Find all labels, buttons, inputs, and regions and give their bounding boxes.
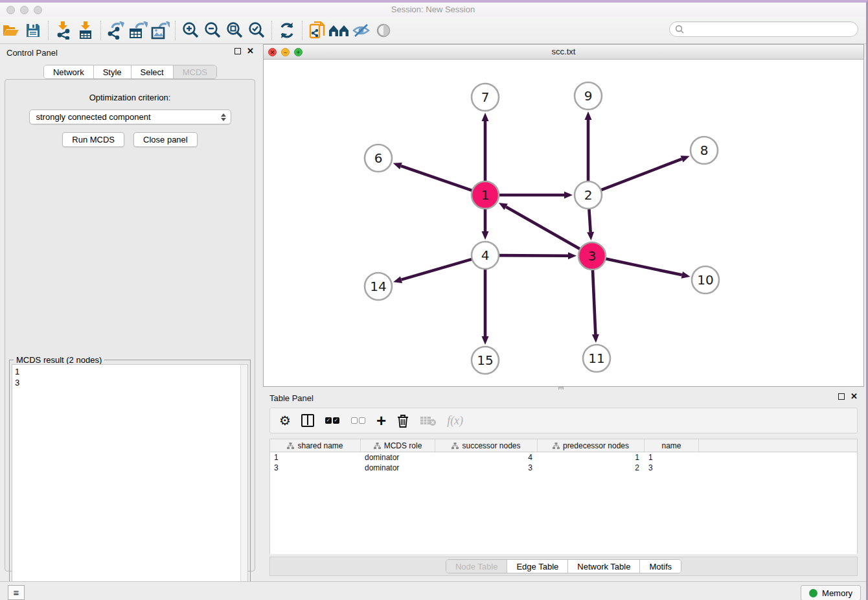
graph-node-15[interactable]: 15 [472, 347, 499, 374]
tab-network[interactable]: Network [44, 65, 94, 78]
add-column-icon[interactable]: + [376, 412, 386, 429]
status-bar: ≡ Memory [0, 581, 866, 600]
network-close-icon[interactable]: ✕ [268, 48, 277, 56]
column-chooser-icon[interactable] [301, 412, 314, 429]
mcds-result-text[interactable]: 1 3 [12, 365, 240, 600]
graph-node-1[interactable]: 1 [472, 181, 499, 209]
edge-4-14[interactable] [402, 259, 472, 280]
edge-3-10[interactable] [606, 259, 682, 275]
run-mcds-button[interactable]: Run MCDS [62, 132, 124, 147]
edge-2-3[interactable] [589, 209, 590, 232]
delete-table-icon [420, 412, 437, 429]
control-panel-tabs: Network Style Select MCDS [43, 65, 217, 79]
edge-arrowhead [564, 192, 573, 199]
graph-node-11[interactable]: 11 [583, 345, 610, 372]
tab-node-table[interactable]: Node Table [446, 560, 508, 573]
close-panel-icon[interactable]: ✕ [851, 393, 858, 400]
graph-node-14[interactable]: 14 [365, 273, 392, 300]
column-header-name[interactable]: name [645, 439, 699, 452]
cell-shared-name: 3 [270, 463, 361, 473]
close-panel-icon[interactable]: ✕ [247, 48, 254, 54]
import-table-icon[interactable] [74, 19, 97, 41]
edge-3-11[interactable] [593, 270, 595, 334]
network-canvas[interactable]: 7968124314101511 [264, 60, 863, 386]
memory-button[interactable]: Memory [801, 585, 861, 600]
edge-arrowhead [592, 334, 599, 343]
float-panel-icon[interactable] [234, 48, 241, 54]
titlebar: Session: New Session [0, 3, 866, 17]
tab-mcds[interactable]: MCDS [174, 65, 216, 78]
memory-label: Memory [822, 588, 852, 598]
graph-node-8[interactable]: 8 [691, 137, 718, 164]
zoom-fit-icon[interactable] [223, 19, 246, 41]
show-all-icon[interactable] [372, 19, 394, 41]
export-network-icon[interactable] [105, 19, 127, 41]
select-stepper-icon [220, 112, 227, 122]
network-minimize-icon[interactable]: − [281, 48, 290, 56]
node-table: shared name MCDS role successor nodes pr… [269, 439, 858, 554]
edge-3-1[interactable] [506, 207, 580, 249]
network-maximize-icon[interactable]: + [294, 48, 303, 56]
select-all-icon[interactable]: ✓✓ [325, 412, 340, 429]
optimization-criterion-label: Optimization criterion: [5, 93, 255, 102]
function-builder-icon: f(x) [447, 412, 463, 429]
table-row[interactable]: 1 dominator 4 1 1 [270, 452, 857, 463]
search-input[interactable] [684, 23, 858, 36]
result-scrollbar[interactable] [240, 365, 247, 600]
graph-node-6[interactable]: 6 [365, 144, 392, 172]
delete-column-icon[interactable] [396, 412, 409, 429]
deselect-all-icon[interactable] [350, 412, 366, 429]
refresh-layout-icon[interactable] [276, 19, 298, 41]
tab-network-table[interactable]: Network Table [568, 560, 640, 573]
graph-node-7[interactable]: 7 [472, 84, 499, 111]
task-history-icon[interactable]: ≡ [8, 585, 25, 600]
search-field [669, 21, 858, 37]
tab-edge-table[interactable]: Edge Table [507, 560, 568, 573]
graph-node-2[interactable]: 2 [575, 181, 602, 209]
export-image-icon[interactable] [149, 19, 171, 41]
toolbar-separator [271, 21, 272, 40]
graph-node-9[interactable]: 9 [575, 82, 602, 110]
tab-style[interactable]: Style [94, 65, 131, 78]
zoom-in-icon[interactable] [179, 19, 201, 41]
zoom-out-icon[interactable] [201, 19, 223, 41]
svg-text:11: 11 [588, 351, 604, 366]
svg-text:2: 2 [584, 187, 593, 203]
tab-motifs[interactable]: Motifs [640, 560, 681, 573]
hide-selected-icon[interactable] [350, 19, 372, 41]
import-network-icon[interactable] [52, 19, 74, 41]
graph-node-3[interactable]: 3 [578, 242, 606, 270]
float-panel-icon[interactable] [838, 393, 845, 400]
table-settings-icon[interactable]: ⚙ [279, 412, 291, 429]
zoom-selected-icon[interactable] [246, 19, 268, 41]
column-header-predecessor-nodes[interactable]: predecessor nodes [538, 439, 645, 452]
column-header-shared-name[interactable]: shared name [270, 439, 361, 452]
optimization-criterion-select[interactable]: strongly connected component [29, 110, 231, 124]
close-panel-button[interactable]: Close panel [133, 132, 198, 147]
svg-text:4: 4 [481, 248, 490, 263]
column-header-successor-nodes[interactable]: successor nodes [435, 439, 538, 452]
cell-predecessor-nodes: 2 [538, 463, 645, 473]
edge-1-6[interactable] [401, 166, 472, 190]
duplicate-network-icon[interactable] [306, 19, 328, 41]
save-session-icon[interactable] [22, 19, 44, 41]
zoom-window-button[interactable] [34, 6, 42, 14]
column-header-mcds-role[interactable]: MCDS role [361, 439, 435, 452]
table-row[interactable]: 3 dominator 3 2 3 [270, 463, 857, 473]
open-file-icon[interactable] [0, 19, 22, 41]
minimize-window-button[interactable] [20, 6, 29, 14]
first-neighbors-icon[interactable] [328, 19, 350, 41]
graph-node-4[interactable]: 4 [472, 242, 499, 269]
graph-node-10[interactable]: 10 [692, 266, 719, 294]
table-toolbar: ⚙ ✓✓ + f(x) [269, 408, 858, 433]
edge-2-8[interactable] [601, 159, 682, 190]
toolbar-separator [175, 21, 176, 40]
edge-4-3[interactable] [499, 255, 568, 256]
close-window-button[interactable] [6, 6, 15, 14]
svg-text:7: 7 [481, 89, 490, 105]
edge-arrowhead [587, 232, 594, 240]
cell-successor-nodes: 4 [435, 452, 538, 463]
export-table-icon[interactable] [127, 19, 149, 41]
tab-select[interactable]: Select [131, 65, 174, 78]
mcds-tab-content: Optimization criterion: strongly connect… [5, 79, 255, 571]
